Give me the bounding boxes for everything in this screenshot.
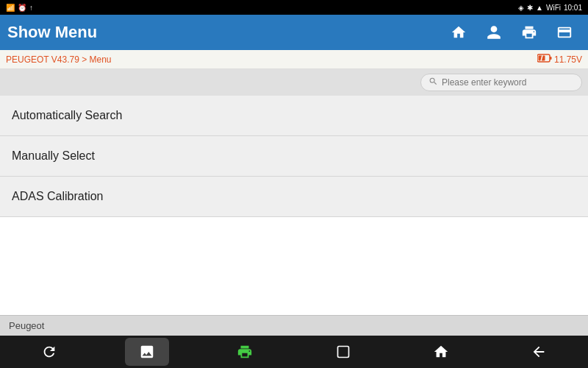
svg-rect-4 bbox=[337, 347, 348, 358]
search-icon bbox=[429, 77, 438, 88]
search-bar bbox=[0, 69, 588, 96]
gallery-button[interactable] bbox=[125, 338, 169, 366]
upload-icon: ↑ bbox=[29, 4, 33, 12]
battery-icon bbox=[537, 54, 552, 65]
menu-item-adas[interactable]: ADAS Calibration bbox=[0, 177, 588, 217]
refresh-button[interactable] bbox=[27, 338, 71, 366]
alarm-icon: ⏰ bbox=[18, 4, 26, 12]
menu-item-label: Manually Select bbox=[12, 149, 95, 162]
square-button[interactable] bbox=[321, 338, 365, 366]
printer-nav-button[interactable] bbox=[223, 338, 267, 366]
home-button[interactable] bbox=[442, 18, 475, 46]
print-button[interactable] bbox=[513, 18, 545, 46]
status-bar-left: 📶 ⏰ ↑ bbox=[6, 4, 33, 12]
menu-item-label: Automatically Search bbox=[12, 109, 122, 121]
sim-icon: 📶 bbox=[6, 4, 15, 12]
bluetooth-icon: ✱ bbox=[527, 4, 533, 12]
signal-icon: ▲ bbox=[536, 4, 543, 12]
menu-list: Automatically Search Manually Select ADA… bbox=[0, 96, 588, 217]
home-nav-button[interactable] bbox=[419, 338, 463, 366]
user-button[interactable] bbox=[478, 18, 510, 46]
status-bar-right: ◈ ✱ ▲ WiFi 10:01 bbox=[518, 4, 582, 12]
page-title: Show Menu bbox=[7, 23, 97, 42]
breadcrumb: PEUGEOT V43.79 > Menu bbox=[6, 54, 112, 65]
time-display: 10:01 bbox=[564, 4, 582, 12]
card-button[interactable] bbox=[548, 18, 581, 46]
location-icon: ◈ bbox=[518, 4, 524, 12]
header-icons bbox=[442, 18, 581, 46]
header: Show Menu bbox=[0, 15, 588, 50]
bottom-nav bbox=[0, 336, 588, 368]
menu-item-manually-select[interactable]: Manually Select bbox=[0, 136, 588, 177]
svg-rect-1 bbox=[550, 57, 552, 60]
breadcrumb-bar: PEUGEOT V43.79 > Menu 11.75V bbox=[0, 50, 588, 69]
footer-info: Peugeot bbox=[0, 315, 588, 336]
battery-info: 11.75V bbox=[537, 54, 582, 65]
status-bar: 📶 ⏰ ↑ ◈ ✱ ▲ WiFi 10:01 bbox=[0, 0, 588, 15]
battery-voltage: 11.75V bbox=[554, 54, 582, 65]
menu-item-auto-search[interactable]: Automatically Search bbox=[0, 96, 588, 136]
wifi-icon: WiFi bbox=[546, 4, 561, 12]
search-input[interactable] bbox=[442, 77, 567, 88]
back-nav-button[interactable] bbox=[517, 338, 561, 366]
menu-item-label: ADAS Calibration bbox=[12, 190, 104, 202]
search-wrapper[interactable] bbox=[420, 74, 582, 91]
footer-brand: Peugeot bbox=[9, 320, 44, 331]
